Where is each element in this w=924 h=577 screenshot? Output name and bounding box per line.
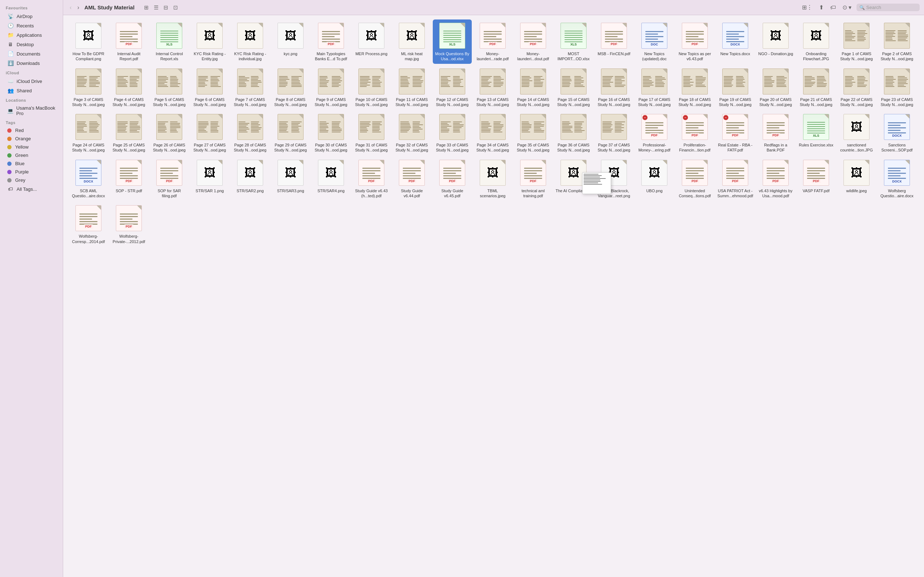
file-item-f28[interactable]: Page 9 of CAMS Study N...ood.jpeg <box>312 65 351 110</box>
file-item-f21[interactable]: Page 2 of CAMS Study N...ood.jpeg <box>877 19 916 64</box>
sidebar-item-tag-grey[interactable]: Grey <box>2 176 61 184</box>
view-list-btn[interactable]: ☰ <box>152 3 161 12</box>
file-item-f4[interactable]: 🖼KYC Risk Rating - Entity.jpg <box>190 19 229 64</box>
file-item-f23[interactable]: Page 4 of CAMS Study N...ood.jpeg <box>109 65 149 110</box>
sidebar-item-documents[interactable]: 📄Documents <box>2 49 61 58</box>
file-item-f76[interactable]: 🖼The AI Complia...n... <box>554 156 593 201</box>
file-item-f9[interactable]: 🖼ML risk heat map.jpg <box>393 19 431 64</box>
sidebar-item-shared[interactable]: 👥Shared <box>2 86 61 95</box>
file-item-f33[interactable]: Page 14 of CAMS Study N...ood.jpeg <box>514 65 552 110</box>
file-item-f2[interactable]: PDFInternal Audit Report.pdf <box>109 19 149 64</box>
file-item-f26[interactable]: Page 7 of CAMS Study N...ood.jpeg <box>231 65 270 110</box>
sort-button[interactable]: ⊞⋮ <box>800 3 815 12</box>
file-item-f66[interactable]: PDFSOP for SAR filing.pdf <box>150 156 189 201</box>
file-item-f22[interactable]: Page 3 of CAMS Study N...ood.jpeg <box>69 65 108 110</box>
file-item-f71[interactable]: PDFStudy Guide v6.43 (h...ted).pdf <box>352 156 391 201</box>
file-item-f32[interactable]: Page 13 of CAMS Study N...ood.jpeg <box>473 65 512 110</box>
file-item-f36[interactable]: Page 17 of CAMS Study N...ood.jpeg <box>635 65 674 110</box>
file-item-f31[interactable]: Page 12 of CAMS Study N...ood.jpeg <box>433 65 472 110</box>
file-item-f84[interactable]: DOCXWolfsberg Questio...aire.docx <box>877 156 916 201</box>
file-item-f5[interactable]: 🖼KYC Risk Rating - individual.jpg <box>231 19 270 64</box>
view-gallery-btn[interactable]: ⊡ <box>171 3 180 12</box>
file-item-f82[interactable]: PDFVASP FATF.pdf <box>796 156 835 201</box>
sidebar-item-tag-orange[interactable]: Orange <box>2 135 61 142</box>
file-item-f6[interactable]: 🖼kyc.png <box>271 19 310 64</box>
file-item-f15[interactable]: DOCNew Topics (updated).doc <box>635 19 674 64</box>
file-item-f64[interactable]: DOCXSCB AML Questio...aire.docx <box>69 156 108 201</box>
back-button[interactable]: ‹ <box>68 3 74 11</box>
file-item-f69[interactable]: 🖼STR/SAR3.png <box>271 156 310 201</box>
sidebar-item-tag-blue[interactable]: Blue <box>2 160 61 167</box>
file-item-f54[interactable]: Page 35 of CAMS Study N...ood.jpeg <box>514 111 552 155</box>
sidebar-item-tag-purple[interactable]: Purple <box>2 168 61 176</box>
file-item-f19[interactable]: 🖼Onboarding Flowchart.JPG <box>796 19 835 64</box>
file-item-f41[interactable]: Page 22 of CAMS Study N...ood.jpeg <box>837 65 876 110</box>
file-item-f40[interactable]: Page 21 of CAMS Study N...ood.jpeg <box>796 65 835 110</box>
file-item-f3[interactable]: XLSInternal Control Report.xls <box>150 19 189 64</box>
file-item-f72[interactable]: PDFStudy Guide v6.44.pdf <box>393 156 431 201</box>
sidebar-item-tag-yellow[interactable]: Yellow <box>2 143 61 151</box>
file-item-f55[interactable]: Page 36 of CAMS Study N...ood.jpeg <box>554 111 593 155</box>
forward-button[interactable]: › <box>75 3 81 11</box>
view-column-btn[interactable]: ⊟ <box>162 3 170 12</box>
file-item-f45[interactable]: Page 26 of CAMS Study N...ood.jpeg <box>150 111 189 155</box>
file-item-f34[interactable]: Page 15 of CAMS Study N...ood.jpeg <box>554 65 593 110</box>
file-item-f17[interactable]: DOCXNew Topics.docx <box>716 19 755 64</box>
file-item-f79[interactable]: PDFUnintended Conseq...tions.pdf <box>675 156 714 201</box>
file-item-f46[interactable]: Page 27 of CAMS Study N...ood.jpeg <box>190 111 229 155</box>
file-item-f20[interactable]: Page 1 of CAMS Study N...ood.jpeg <box>837 19 876 64</box>
file-item-f53[interactable]: Page 34 of CAMS Study N...ood.jpeg <box>473 111 512 155</box>
sidebar-item-tag-all[interactable]: 🏷All Tags... <box>2 185 61 193</box>
file-item-f42[interactable]: Page 23 of CAMS Study N...ood.jpeg <box>877 65 916 110</box>
file-item-f85[interactable]: PDFWolfsberg-Corresp...2014.pdf <box>69 202 108 246</box>
file-item-f38[interactable]: Page 19 of CAMS Study N...ood.jpeg <box>716 65 755 110</box>
file-item-f49[interactable]: Page 30 of CAMS Study N...ood.jpeg <box>312 111 351 155</box>
file-item-f43[interactable]: Page 24 of CAMS Study N...ood.jpeg <box>69 111 108 155</box>
file-item-f14[interactable]: PDFMSB - FinCEN.pdf <box>594 19 633 64</box>
file-item-f16[interactable]: PDFNew Topics as per v6.43.pdf <box>675 19 714 64</box>
file-item-f62[interactable]: 🖼sanctioned countrie...tion.JPG <box>837 111 876 155</box>
file-item-f27[interactable]: Page 8 of CAMS Study N...ood.jpeg <box>271 65 310 110</box>
sidebar-item-tag-green[interactable]: Green <box>2 152 61 159</box>
file-item-f10[interactable]: XLSMock Questions By Usa...od.xlsx <box>433 19 472 64</box>
sidebar-item-desktop[interactable]: 🖥Desktop <box>2 40 61 49</box>
file-item-f24[interactable]: Page 5 of CAMS Study N...ood.jpeg <box>150 65 189 110</box>
more-button[interactable]: ⊙ ▾ <box>840 3 854 12</box>
sidebar-item-macbook[interactable]: 💻Usama's MacBook Pro <box>2 104 61 117</box>
file-item-f25[interactable]: Page 6 of CAMS Study N...ood.jpeg <box>190 65 229 110</box>
file-item-f35[interactable]: Page 16 of CAMS Study N...ood.jpeg <box>594 65 633 110</box>
file-item-f47[interactable]: Page 28 of CAMS Study N...ood.jpeg <box>231 111 270 155</box>
sidebar-item-icloud-drive[interactable]: ☁️iCloud Drive <box>2 77 61 85</box>
file-item-f57[interactable]: PDF−Professional-Money-...ering.pdf <box>635 111 674 155</box>
file-item-f48[interactable]: Page 29 of CAMS Study N...ood.jpeg <box>271 111 310 155</box>
file-item-f58[interactable]: PDF−Proliferation-Financin...tion.pdf <box>675 111 714 155</box>
file-item-f75[interactable]: PDFtechnical aml training.pdf <box>514 156 552 201</box>
file-item-f59[interactable]: PDF−Real Estate - RBA - FATF.pdf <box>716 111 755 155</box>
file-item-f65[interactable]: PDFSOP - STR.pdf <box>109 156 149 201</box>
file-item-f18[interactable]: 🖼NGO - Donation.jpg <box>756 19 795 64</box>
sidebar-item-recents[interactable]: 🕐Recents <box>2 21 61 30</box>
file-item-f12[interactable]: PDFMoney-launderi...dout.pdf <box>514 19 552 64</box>
file-item-f11[interactable]: PDFMoney-launderi...rade.pdf <box>473 19 512 64</box>
file-item-f44[interactable]: Page 25 of CAMS Study N...ood.jpeg <box>109 111 149 155</box>
file-item-f74[interactable]: 🖼TBML scenarios.jpeg <box>473 156 512 201</box>
file-item-f68[interactable]: 🖼STR/SAR2.png <box>231 156 270 201</box>
search-input[interactable] <box>866 5 917 10</box>
file-item-f13[interactable]: XLSMOST IMPORT...OD.xlsx <box>554 19 593 64</box>
file-item-f73[interactable]: PDFStudy Guide v6.45.pdf <box>433 156 472 201</box>
file-item-f1[interactable]: 🖼How To Be GDPR Compliant.png <box>69 19 108 64</box>
file-item-f81[interactable]: PDFv6.43 Highlights by Usa...mood.pdf <box>756 156 795 201</box>
file-item-f61[interactable]: XLSRules Exercise.xlsx <box>796 111 835 155</box>
file-item-f52[interactable]: Page 33 of CAMS Study N...ood.jpeg <box>433 111 472 155</box>
file-item-f51[interactable]: Page 32 of CAMS Study N...ood.jpeg <box>393 111 431 155</box>
file-item-f37[interactable]: Page 18 of CAMS Study N...ood.jpeg <box>675 65 714 110</box>
sidebar-item-airdrop[interactable]: 📡AirDrop <box>2 12 61 21</box>
file-item-f83[interactable]: 🖼wildlife.jpeg <box>837 156 876 201</box>
file-item-f7[interactable]: PDFMain Typologies Banks E...d To.pdf <box>312 19 351 64</box>
file-item-f50[interactable]: Page 31 of CAMS Study N...ood.jpeg <box>352 111 391 155</box>
file-item-f63[interactable]: DOCXSanctions Screeni...SOP.pdf <box>877 111 916 155</box>
file-item-f67[interactable]: 🖼STR/SAR 1.png <box>190 156 229 201</box>
view-icon-btn[interactable]: ⊞ <box>142 3 151 12</box>
tag-button[interactable]: 🏷 <box>828 3 838 12</box>
file-item-f78[interactable]: 🖼UBO.png <box>635 156 674 201</box>
